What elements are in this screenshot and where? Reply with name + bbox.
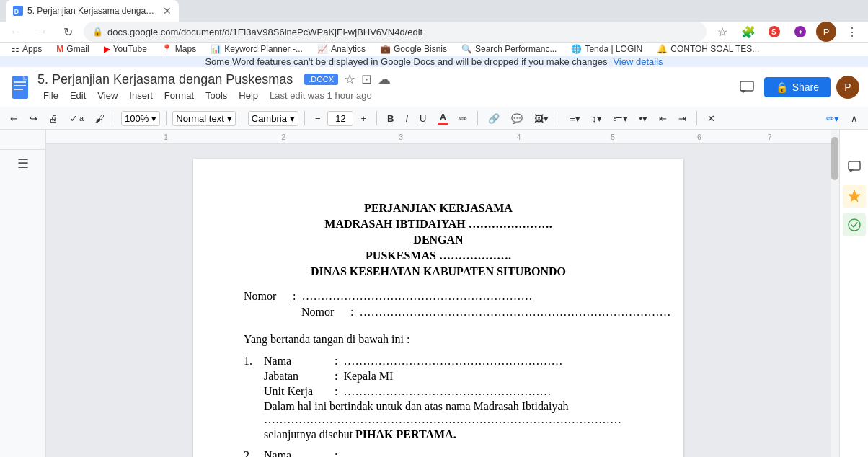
extension-button-1[interactable]: S xyxy=(764,22,784,42)
bullet-list-button[interactable]: •▾ xyxy=(635,112,652,125)
docs-actions: 🔒 Share P xyxy=(735,76,859,99)
jabatan-label-1: Jabatan xyxy=(264,370,329,383)
doc-heading-line1: PERJANJIAN KERJASAMA xyxy=(244,202,633,215)
bookmark-analytics[interactable]: 📈 Analytics xyxy=(311,43,371,56)
list-row-dalam-1: Dalam hal ini bertindak untuk dan atas n… xyxy=(264,400,633,426)
comment-button[interactable] xyxy=(735,76,758,99)
nomor1-label: Nomor xyxy=(244,290,287,303)
tab-title: 5. Perjanjian Kerjasama dengan Puskesmas xyxy=(27,6,159,16)
doc-nomor-row-1: Nomor : …………………………………………………… xyxy=(244,290,633,303)
line-spacing-button[interactable]: ↕▾ xyxy=(588,112,606,125)
contoh-soal-icon: 🔔 xyxy=(657,44,668,54)
nomor2-value: ……………………………………………………………………… xyxy=(359,306,670,319)
reload-button[interactable]: ↻ xyxy=(58,22,78,42)
analytics-icon: 📈 xyxy=(317,44,328,54)
sidebar-chat-icon[interactable] xyxy=(843,156,866,179)
menu-view[interactable]: View xyxy=(92,89,123,102)
undo-button[interactable]: ↩ xyxy=(6,112,22,125)
font-size-value: 12 xyxy=(335,113,345,124)
menu-file[interactable]: File xyxy=(37,89,64,102)
info-bar-message: Some Word features can't be displayed in… xyxy=(205,56,607,67)
indent-more-button[interactable]: ⇥ xyxy=(674,112,691,125)
text-color-button[interactable]: A xyxy=(433,110,452,126)
star-title-icon[interactable]: ☆ xyxy=(344,71,355,87)
paint-format-button[interactable]: 🖌 xyxy=(91,112,109,125)
insert-image-button[interactable]: 🖼▾ xyxy=(530,112,553,125)
bookmark-apps[interactable]: ⚏ Apps xyxy=(6,43,48,56)
user-profile-button[interactable]: P xyxy=(816,22,836,42)
forward-button[interactable]: → xyxy=(32,22,52,42)
view-details-link[interactable]: View details xyxy=(613,56,663,67)
highlight-button[interactable]: ✏ xyxy=(455,112,471,125)
bookmark-keyword-planner[interactable]: 📊 Keyword Planner -... xyxy=(205,43,309,56)
active-tab[interactable]: D 5. Perjanjian Kerjasama dengan Puskesm… xyxy=(6,0,179,22)
svg-text:✦: ✦ xyxy=(797,28,803,36)
lock-icon: 🔒 xyxy=(92,27,103,37)
maps-icon: 📍 xyxy=(161,44,172,54)
move-to-icon[interactable]: ⊡ xyxy=(361,71,372,87)
jabatan-value-1: Kepala MI xyxy=(343,370,633,383)
address-input[interactable]: 🔒 docs.google.com/document/d/1El3aV98S6i… xyxy=(84,22,707,42)
spell-check-button[interactable]: ✓a xyxy=(66,112,88,125)
style-select[interactable]: Normal text ▾ xyxy=(172,111,235,126)
insert-comment-button[interactable]: 💬 xyxy=(507,112,527,125)
zoom-select[interactable]: 100% ▾ xyxy=(121,111,160,126)
tab-close-button[interactable]: ✕ xyxy=(163,5,172,17)
style-dropdown-icon: ▾ xyxy=(227,113,232,124)
back-button[interactable]: ← xyxy=(6,22,26,42)
print-button[interactable]: 🖨 xyxy=(45,112,63,125)
bold-button[interactable]: B xyxy=(383,112,398,125)
menu-tools[interactable]: Tools xyxy=(200,89,233,102)
outline-icon[interactable]: ☰ xyxy=(17,156,29,172)
indent-less-button[interactable]: ⇤ xyxy=(655,112,671,125)
share-button[interactable]: 🔒 Share xyxy=(764,77,831,97)
bookmark-star-button[interactable]: ☆ xyxy=(712,22,732,42)
docs-ui: 5. Perjanjian Kerjasama dengan Puskesmas… xyxy=(0,67,868,457)
insert-link-button[interactable]: 🔗 xyxy=(484,112,504,125)
font-select[interactable]: Cambria ▾ xyxy=(248,111,298,126)
user-avatar[interactable]: P xyxy=(836,76,859,99)
menu-help[interactable]: Help xyxy=(233,89,264,102)
bookmark-maps-label: Maps xyxy=(175,44,196,54)
vertical-scrollbar[interactable] xyxy=(831,130,839,457)
font-size-increase-button[interactable]: + xyxy=(356,112,371,125)
underline-button[interactable]: U xyxy=(415,112,430,125)
doc-heading-line3: DENGAN xyxy=(244,234,633,247)
sidebar-check-icon[interactable] xyxy=(843,213,866,236)
nama-colon-2: : xyxy=(335,449,337,457)
yang-text: Yang bertanda tangan di bawah ini : xyxy=(244,333,409,345)
docs-document-title[interactable]: 5. Perjanjian Kerjasama dengan Puskesmas xyxy=(37,72,293,87)
bookmark-search-performance[interactable]: 🔍 Search Performanc... xyxy=(456,43,562,56)
cloud-icon[interactable]: ☁ xyxy=(378,71,391,87)
redo-button[interactable]: ↪ xyxy=(25,112,42,125)
bookmark-youtube[interactable]: ▶ YouTube xyxy=(98,43,153,56)
align-button[interactable]: ≡▾ xyxy=(565,112,585,125)
doc-heading-line5: DINAS KESEHATAN KABUPATEN SITUBONDO xyxy=(244,265,633,278)
bookmark-google-bisnis[interactable]: 💼 Google Bisnis xyxy=(374,43,453,56)
menu-insert[interactable]: Insert xyxy=(123,89,159,102)
svg-rect-8 xyxy=(14,85,26,86)
sidebar-star-icon[interactable] xyxy=(843,185,866,208)
nama-label-1: Nama xyxy=(264,355,329,368)
bookmark-contoh-soal[interactable]: 🔔 CONTOH SOAL TES... xyxy=(651,43,765,56)
extension-puzzle-button[interactable]: 🧩 xyxy=(738,22,758,42)
collapse-toolbar-button[interactable]: ∧ xyxy=(846,112,862,125)
editing-mode-button[interactable]: ✏▾ xyxy=(822,112,843,125)
menu-edit[interactable]: Edit xyxy=(64,89,92,102)
italic-button[interactable]: I xyxy=(401,112,412,125)
nomor2-label: Nomor xyxy=(301,306,345,319)
scrollbar-thumb[interactable] xyxy=(831,137,838,180)
numbered-list-button[interactable]: ≔▾ xyxy=(609,112,632,125)
clear-formatting-button[interactable]: ✕ xyxy=(703,112,719,125)
docs-header: 5. Perjanjian Kerjasama dengan Puskesmas… xyxy=(0,67,868,107)
font-size-input[interactable]: 12 xyxy=(327,111,353,126)
bookmark-tenda[interactable]: 🌐 Tenda | LOGIN xyxy=(565,43,648,56)
menu-format[interactable]: Format xyxy=(159,89,200,102)
font-size-decrease-button[interactable]: − xyxy=(311,112,325,125)
tab-bar: D 5. Perjanjian Kerjasama dengan Puskesm… xyxy=(0,0,868,22)
bookmark-gmail[interactable]: M Gmail xyxy=(50,43,94,56)
extension-button-2[interactable]: ✦ xyxy=(790,22,810,42)
bookmark-maps[interactable]: 📍 Maps xyxy=(156,43,202,56)
doc-canvas[interactable]: PERJANJIAN KERJASAMA MADRASAH IBTIDAIYAH… xyxy=(46,144,831,457)
chrome-menu-button[interactable]: ⋮ xyxy=(842,22,862,42)
